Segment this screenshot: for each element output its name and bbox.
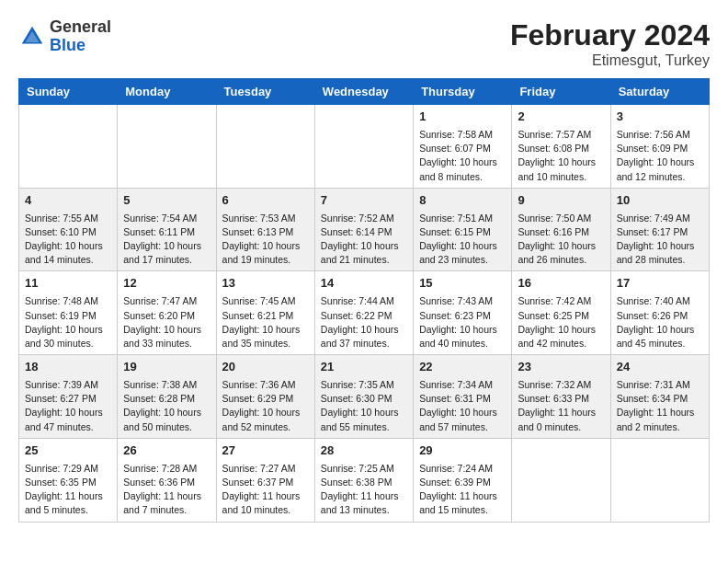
day-info: Sunrise: 7:53 AM [222,212,309,225]
calendar-cell: 21Sunrise: 7:35 AMSunset: 6:30 PMDayligh… [314,355,413,439]
logo-icon [18,23,46,51]
day-number: 23 [518,359,604,376]
day-info: Sunrise: 7:38 AM [123,378,210,392]
calendar-week-row: 4Sunrise: 7:55 AMSunset: 6:10 PMDaylight… [19,188,710,271]
day-info: and 21 minutes. [321,253,407,267]
day-info: Sunrise: 7:56 AM [617,128,703,142]
day-info: Sunrise: 7:25 AM [321,462,407,476]
day-info: Sunset: 6:08 PM [518,142,604,155]
day-info: and 5 minutes. [25,503,111,517]
day-info: Sunset: 6:22 PM [321,309,407,323]
day-info: and 40 minutes. [419,337,506,350]
day-header-saturday: Saturday [610,79,709,105]
day-info: Daylight: 11 hours [419,489,506,503]
day-info: Sunrise: 7:35 AM [321,378,407,392]
day-info: Daylight: 11 hours [617,406,703,419]
day-info: Daylight: 10 hours [518,239,604,253]
logo: General Blue [18,18,111,55]
day-info: Sunset: 6:37 PM [222,476,309,489]
day-info: Sunset: 6:23 PM [419,309,506,323]
day-info: Sunset: 6:29 PM [222,392,309,406]
day-info: Sunrise: 7:31 AM [617,378,703,392]
day-info: Daylight: 10 hours [123,406,210,419]
calendar-table: SundayMondayTuesdayWednesdayThursdayFrid… [18,78,710,523]
day-number: 12 [123,275,210,293]
calendar-cell: 9Sunrise: 7:50 AMSunset: 6:16 PMDaylight… [512,188,610,271]
day-info: Daylight: 10 hours [222,239,309,253]
calendar-cell: 2Sunrise: 7:57 AMSunset: 6:08 PMDaylight… [512,105,610,189]
day-number: 18 [25,359,111,376]
day-info: Sunrise: 7:32 AM [518,378,604,392]
day-info: Sunset: 6:20 PM [123,309,210,323]
calendar-cell: 19Sunrise: 7:38 AMSunset: 6:28 PMDayligh… [118,355,216,439]
calendar-cell: 28Sunrise: 7:25 AMSunset: 6:38 PMDayligh… [314,438,413,522]
month-year: February 2024 [510,18,710,52]
location: Etimesgut, Turkey [510,52,710,69]
day-info: and 10 minutes. [222,503,309,517]
day-info: Sunrise: 7:55 AM [25,212,111,225]
day-number: 22 [419,359,506,376]
day-info: Sunset: 6:34 PM [617,392,703,406]
day-info: Daylight: 10 hours [617,323,703,337]
day-info: Daylight: 10 hours [617,239,703,253]
day-info: and 13 minutes. [321,503,407,517]
day-info: and 52 minutes. [222,420,309,434]
day-info: and 37 minutes. [321,337,407,350]
day-info: Sunset: 6:36 PM [123,476,210,489]
day-number: 11 [25,275,111,293]
day-number: 29 [419,442,506,460]
day-info: and 28 minutes. [617,253,703,267]
day-info: Sunset: 6:14 PM [321,225,407,239]
day-info: Daylight: 10 hours [25,239,111,253]
calendar-cell [216,105,314,189]
calendar-week-row: 1Sunrise: 7:58 AMSunset: 6:07 PMDaylight… [19,105,710,189]
calendar-cell [314,105,413,189]
day-info: Daylight: 10 hours [419,323,506,337]
day-number: 5 [123,192,210,210]
day-info: and 10 minutes. [518,170,604,184]
day-info: Sunrise: 7:50 AM [518,212,604,225]
calendar-cell: 17Sunrise: 7:40 AMSunset: 6:26 PMDayligh… [610,271,709,355]
day-number: 24 [617,359,703,376]
day-number: 20 [222,359,309,376]
day-info: Sunset: 6:38 PM [321,476,407,489]
day-info: Sunrise: 7:54 AM [123,212,210,225]
day-header-thursday: Thursday [414,79,512,105]
day-number: 16 [518,275,604,293]
day-info: Daylight: 10 hours [518,155,604,169]
calendar-cell: 20Sunrise: 7:36 AMSunset: 6:29 PMDayligh… [216,355,314,439]
day-info: Daylight: 11 hours [321,489,407,503]
day-info: Sunset: 6:25 PM [518,309,604,323]
day-info: Daylight: 10 hours [617,155,703,169]
day-info: Daylight: 10 hours [321,323,407,337]
day-info: and 47 minutes. [25,420,111,434]
logo-general: General [50,17,111,36]
day-info: Sunrise: 7:24 AM [419,462,506,476]
calendar-cell: 26Sunrise: 7:28 AMSunset: 6:36 PMDayligh… [118,438,216,522]
day-number: 3 [617,109,703,126]
calendar-cell: 7Sunrise: 7:52 AMSunset: 6:14 PMDaylight… [314,188,413,271]
calendar-cell: 13Sunrise: 7:45 AMSunset: 6:21 PMDayligh… [216,271,314,355]
day-info: and 23 minutes. [419,253,506,267]
day-info: and 2 minutes. [617,420,703,434]
calendar-cell: 23Sunrise: 7:32 AMSunset: 6:33 PMDayligh… [512,355,610,439]
calendar-cell: 10Sunrise: 7:49 AMSunset: 6:17 PMDayligh… [610,188,709,271]
day-info: Daylight: 11 hours [518,406,604,419]
day-info: and 42 minutes. [518,337,604,350]
day-info: and 15 minutes. [419,503,506,517]
day-info: Sunrise: 7:28 AM [123,462,210,476]
day-info: Daylight: 11 hours [123,489,210,503]
day-info: Sunset: 6:10 PM [25,225,111,239]
day-number: 7 [321,192,407,210]
day-number: 19 [123,359,210,376]
day-number: 27 [222,442,309,460]
day-info: Daylight: 11 hours [222,489,309,503]
day-info: and 55 minutes. [321,420,407,434]
calendar-cell: 27Sunrise: 7:27 AMSunset: 6:37 PMDayligh… [216,438,314,522]
calendar-cell: 24Sunrise: 7:31 AMSunset: 6:34 PMDayligh… [610,355,709,439]
day-info: Daylight: 10 hours [222,323,309,337]
day-number: 1 [419,109,506,126]
calendar-cell [118,105,216,189]
day-info: Daylight: 10 hours [321,406,407,419]
day-info: Sunrise: 7:36 AM [222,378,309,392]
